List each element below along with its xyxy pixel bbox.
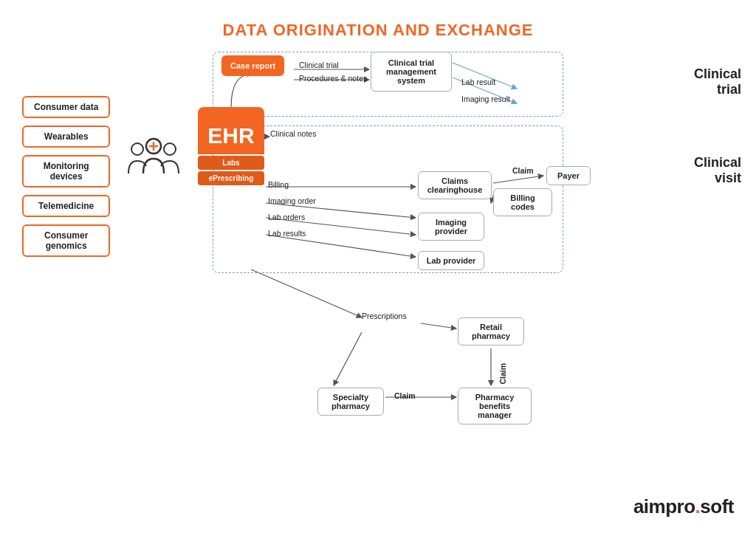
people-icon xyxy=(124,133,183,193)
ehr-labs: Labs xyxy=(198,156,264,170)
arrows-svg xyxy=(0,52,756,533)
label-lab-result: Lab result xyxy=(461,78,495,86)
label-lab-results: Lab results xyxy=(268,229,306,238)
label-claim3: Claim xyxy=(498,363,507,385)
page-title: DATA ORIGINATION AND EXCHANGE xyxy=(0,0,756,40)
label-prescriptions: Prescriptions xyxy=(362,312,407,320)
imaging-provider-box: Imaging provider xyxy=(418,213,484,241)
ehr-block: EHR Labs ePrescribing xyxy=(198,107,264,185)
label-clinical-trial-arrow: Clinical trial xyxy=(299,61,339,69)
label-clinical-notes: Clinical notes xyxy=(270,129,316,138)
ctm-box: Clinical trial management system xyxy=(371,52,452,92)
svg-line-13 xyxy=(251,269,362,317)
diagram-area: Consumer data Wearables Monitoring devic… xyxy=(0,52,756,533)
source-wearables: Wearables xyxy=(22,125,110,148)
lab-provider-box: Lab provider xyxy=(418,251,484,270)
logo: aimpro.soft xyxy=(633,495,734,518)
claims-box: Claims clearinghouse xyxy=(418,171,492,199)
label-lab-orders: Lab orders xyxy=(268,213,305,221)
label-claim2: Claim xyxy=(394,391,416,400)
case-report-box: Case report xyxy=(221,55,284,76)
svg-line-14 xyxy=(421,323,456,329)
svg-point-22 xyxy=(164,143,176,155)
retail-pharmacy-box: Retail pharmacy xyxy=(458,317,524,345)
label-imaging-order: Imaging order xyxy=(268,196,316,205)
specialty-pharmacy-box: Specialty pharmacy xyxy=(317,388,384,416)
svg-point-21 xyxy=(131,143,143,155)
left-panel: Consumer data Wearables Monitoring devic… xyxy=(22,96,110,257)
label-claim1: Claim xyxy=(512,166,534,175)
clinical-visit-label: Clinical visit xyxy=(694,155,741,186)
logo-text2: soft xyxy=(700,495,734,517)
clinical-trial-label: Clinical trial xyxy=(694,66,741,97)
label-imaging-result: Imaging result xyxy=(461,94,510,103)
source-consumer-genomics: Consumer genomics xyxy=(22,224,110,257)
ehr-eprescribing: ePrescribing xyxy=(198,171,264,185)
source-consumer-data: Consumer data xyxy=(22,96,110,118)
ehr-label: EHR xyxy=(198,107,264,154)
pbm-box: Pharmacy benefits manager xyxy=(458,388,532,424)
source-monitoring-devices: Monitoring devices xyxy=(22,155,110,188)
payer-box: Payer xyxy=(546,166,591,185)
billing-codes-box: Billing codes xyxy=(493,188,552,216)
source-telemedicine: Telemedicine xyxy=(22,195,110,217)
label-procedures-notes: Procedures & notes xyxy=(299,74,367,83)
logo-text1: aimpro xyxy=(633,495,695,517)
label-billing: Billing xyxy=(268,180,289,189)
svg-line-15 xyxy=(334,332,362,385)
